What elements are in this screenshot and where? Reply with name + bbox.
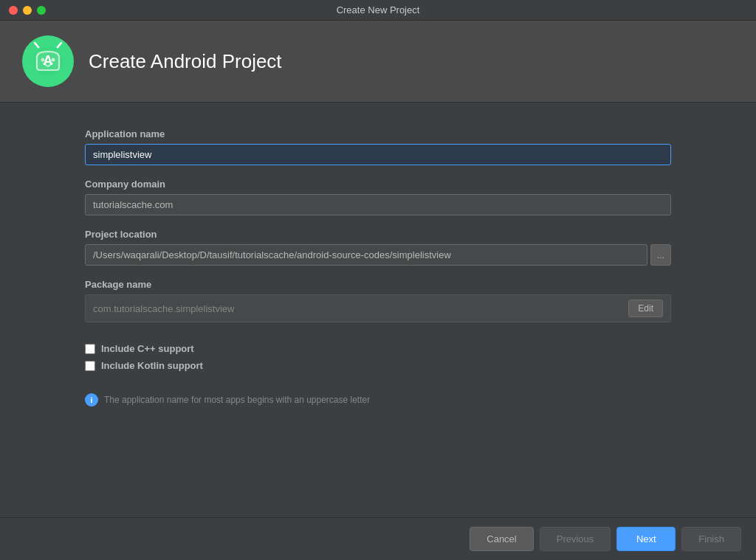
company-domain-label: Company domain [85,179,671,190]
close-button[interactable] [9,6,18,15]
edit-package-button[interactable]: Edit [628,300,663,317]
window-controls [9,6,46,15]
application-name-label: Application name [85,128,671,139]
application-name-group: Application name [85,128,671,165]
cpp-support-label: Include C++ support [101,343,194,354]
kotlin-support-label: Include Kotlin support [101,360,203,371]
maximize-button[interactable] [37,6,46,15]
finish-button[interactable]: Finish [681,527,741,551]
cpp-support-checkbox[interactable] [85,344,95,354]
project-location-group: Project location ... [85,229,671,266]
svg-text:A: A [44,53,53,68]
main-container: A Create Android Project Application nam… [0,21,756,560]
next-button[interactable]: Next [616,527,676,551]
info-icon: i [85,393,98,407]
package-wrapper: com.tutorialscache.simplelistview Edit [85,294,671,322]
cpp-support-item[interactable]: Include C++ support [85,343,671,354]
application-name-input[interactable] [85,144,671,165]
form-content: Application name Company domain Project … [0,103,756,517]
previous-button[interactable]: Previous [540,527,611,551]
dialog-footer: Cancel Previous Next Finish [0,517,756,560]
checkbox-group: Include C++ support Include Kotlin suppo… [85,343,671,371]
package-name-label: Package name [85,279,671,290]
package-name-value: com.tutorialscache.simplelistview [93,303,628,314]
cancel-button[interactable]: Cancel [470,527,533,551]
info-text: The application name for most apps begin… [104,395,370,405]
window-title: Create New Project [337,4,420,15]
company-domain-input[interactable] [85,194,671,215]
dialog-title: Create Android Project [89,50,282,73]
minimize-button[interactable] [23,6,32,15]
project-location-wrapper: ... [85,244,671,266]
browse-button[interactable]: ... [650,244,671,266]
kotlin-support-item[interactable]: Include Kotlin support [85,360,671,371]
kotlin-support-checkbox[interactable] [85,361,95,371]
package-name-group: Package name com.tutorialscache.simpleli… [85,279,671,322]
info-message: i The application name for most apps beg… [85,393,671,407]
project-location-label: Project location [85,229,671,240]
android-studio-logo: A [22,35,74,87]
project-location-input[interactable] [85,244,647,266]
dialog-header: A Create Android Project [0,21,756,103]
company-domain-group: Company domain [85,179,671,215]
title-bar: Create New Project [0,0,756,21]
